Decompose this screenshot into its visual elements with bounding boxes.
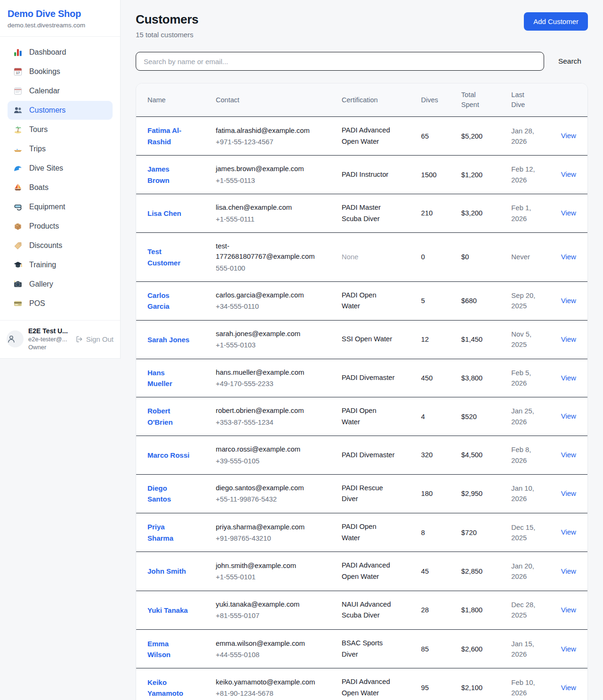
sidebar-item-customers[interactable]: Customers (8, 101, 113, 120)
sidebar-item-tours[interactable]: Tours (8, 120, 113, 139)
table-row: James Brown james.brown@example.com +1-5… (136, 156, 587, 194)
sidebar-item-pos[interactable]: POS (8, 294, 113, 313)
customer-last-dive: Feb 8, 2026 (505, 436, 555, 474)
sidebar-item-calendar[interactable]: Calendar (8, 82, 113, 100)
customer-name-link[interactable]: James Brown (147, 164, 191, 186)
sailboat-icon (13, 183, 23, 192)
customers-table-card: Name Contact Certification Dives Total S… (136, 83, 588, 700)
add-customer-button[interactable]: Add Customer (524, 12, 588, 31)
customer-total-spent: $4,500 (456, 436, 505, 474)
customer-certification: PADI Open Water (336, 513, 416, 552)
main-content: Customers 15 total customers Add Custome… (121, 0, 603, 700)
sidebar-item-bookings[interactable]: 17 Bookings (8, 62, 113, 81)
customer-last-dive: Never (505, 233, 555, 282)
dive-mask-icon (13, 202, 23, 212)
customer-email: hans.mueller@example.com (216, 367, 304, 378)
view-customer-link[interactable]: View (561, 645, 576, 653)
customer-total-spent: $720 (456, 513, 505, 552)
sign-out-button[interactable]: Sign Out (75, 335, 114, 343)
customer-email: test-1772681807767@example.com (216, 241, 317, 262)
sidebar-item-boats[interactable]: Boats (8, 178, 113, 197)
view-customer-link[interactable]: View (561, 451, 576, 459)
sidebar-item-trips[interactable]: Trips (8, 140, 113, 158)
sidebar-item-dive-sites[interactable]: Dive Sites (8, 159, 113, 178)
customer-certification: PADI Instructor (336, 156, 416, 194)
customer-last-dive: Jan 10, 2026 (505, 474, 555, 513)
table-body: Fatima Al-Rashid fatima.alrashid@example… (136, 117, 587, 700)
customer-certification: PADI Rescue Diver (336, 474, 416, 513)
customer-total-spent: $2,600 (456, 630, 505, 668)
customer-name-link[interactable]: Test Customer (147, 246, 191, 268)
search-input[interactable] (136, 52, 544, 71)
customer-certification: BSAC Sports Diver (336, 630, 416, 668)
customer-phone: +1-555-0111 (216, 214, 330, 224)
view-customer-link[interactable]: View (561, 253, 576, 261)
customer-certification: PADI Advanced Open Water (336, 668, 416, 700)
view-customer-link[interactable]: View (561, 209, 576, 217)
col-actions (555, 83, 587, 117)
col-name: Name (136, 83, 210, 117)
sidebar-item-discounts[interactable]: Discounts (8, 236, 113, 255)
view-customer-link[interactable]: View (561, 412, 576, 420)
customer-total-spent: $520 (456, 397, 505, 436)
customer-name-link[interactable]: Diego Santos (147, 483, 191, 505)
view-customer-link[interactable]: View (561, 567, 576, 575)
customer-dives: 12 (416, 321, 456, 359)
table-row: Robert O'Brien robert.obrien@example.com… (136, 397, 587, 436)
customer-dives: 5 (416, 281, 456, 320)
sidebar-item-equipment[interactable]: Equipment (8, 198, 113, 216)
app-root: Demo Dive Shop demo.test.divestreams.com… (0, 0, 603, 700)
customer-total-spent: $2,850 (456, 552, 505, 591)
customer-name-link[interactable]: Robert O'Brien (147, 405, 191, 428)
customer-certification: PADI Open Water (336, 281, 416, 320)
sign-out-label: Sign Out (86, 335, 114, 343)
user-role: Owner (28, 344, 71, 351)
customer-phone: +971-55-123-4567 (216, 137, 330, 147)
sidebar: Demo Dive Shop demo.test.divestreams.com… (0, 0, 121, 359)
customer-name-link[interactable]: Sarah Jones (147, 334, 189, 345)
view-customer-link[interactable]: View (561, 374, 576, 382)
customer-certification: None (336, 233, 416, 282)
avatar (7, 330, 24, 347)
customer-total-spent: $1,800 (456, 591, 505, 629)
view-customer-link[interactable]: View (561, 170, 576, 178)
people-icon (13, 106, 23, 115)
customer-name-link[interactable]: Marco Rossi (147, 450, 189, 461)
table-row: Hans Mueller hans.mueller@example.com +4… (136, 359, 587, 397)
view-customer-link[interactable]: View (561, 684, 576, 692)
customer-phone: +1-555-0101 (216, 572, 330, 582)
table-row: Marco Rossi marco.rossi@example.com +39-… (136, 436, 587, 474)
view-customer-link[interactable]: View (561, 528, 576, 536)
customer-name-link[interactable]: Hans Mueller (147, 367, 191, 389)
sidebar-item-dashboard[interactable]: Dashboard (8, 43, 113, 62)
customer-certification: PADI Master Scuba Diver (336, 194, 416, 232)
customer-phone: +1-555-0103 (216, 340, 330, 350)
customer-name-link[interactable]: Lisa Chen (147, 208, 181, 219)
customer-last-dive: Feb 10, 2026 (505, 668, 555, 700)
customer-name-link[interactable]: Priya Sharma (147, 521, 191, 544)
view-customer-link[interactable]: View (561, 296, 576, 305)
customer-name-link[interactable]: Emma Wilson (147, 638, 191, 660)
customer-last-dive: Jan 20, 2026 (505, 552, 555, 591)
customer-dives: 180 (416, 474, 456, 513)
customer-name-link[interactable]: Keiko Yamamoto (147, 677, 191, 699)
customer-last-dive: Jan 15, 2026 (505, 630, 555, 668)
view-customer-link[interactable]: View (561, 606, 576, 614)
customer-name-link[interactable]: Fatima Al-Rashid (147, 125, 191, 147)
sidebar-item-gallery[interactable]: Gallery (8, 275, 113, 294)
calendar-date-icon: 17 (13, 67, 23, 76)
customer-name-link[interactable]: John Smith (147, 566, 186, 576)
sidebar-item-training[interactable]: Training (8, 255, 113, 274)
customer-phone: +34-555-0110 (216, 301, 330, 312)
search-button[interactable]: Search (552, 57, 588, 66)
customer-name-link[interactable]: Yuki Tanaka (147, 605, 188, 616)
customer-last-dive: Sep 20, 2025 (505, 281, 555, 320)
customer-email: diego.santos@example.com (216, 483, 304, 493)
view-customer-link[interactable]: View (561, 335, 576, 343)
view-customer-link[interactable]: View (561, 132, 576, 140)
view-customer-link[interactable]: View (561, 489, 576, 497)
customer-certification: PADI Open Water (336, 397, 416, 436)
table-row: Lisa Chen lisa.chen@example.com +1-555-0… (136, 194, 587, 232)
customer-name-link[interactable]: Carlos Garcia (147, 290, 191, 312)
sidebar-item-products[interactable]: Products (8, 217, 113, 236)
